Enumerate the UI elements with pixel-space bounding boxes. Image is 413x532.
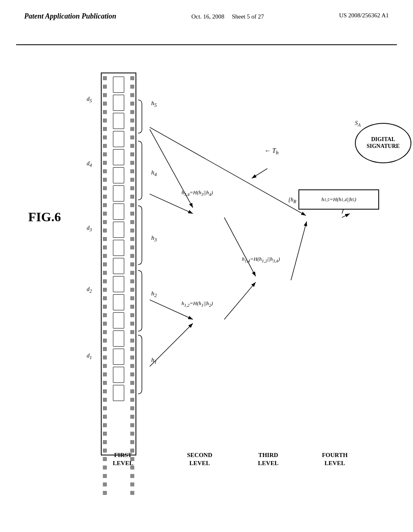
- page-header: Patent Application Publication Oct. 16, …: [0, 12, 413, 21]
- digital-signature: DIGITALSIGNATURE: [355, 123, 411, 163]
- h1-label: h1: [151, 357, 157, 365]
- sheet-info: Sheet 5 of 27: [232, 13, 264, 20]
- svg-line-11: [252, 168, 267, 178]
- patent-number: US 2008/256362 A1: [339, 12, 389, 19]
- fourth-level-label: FOURTHLEVEL: [311, 451, 359, 467]
- h34-label: h3,4=H(h3||h4): [181, 189, 213, 197]
- publication-date-sheet: Oct. 16, 2008 Sheet 5 of 27: [192, 12, 264, 21]
- d3-label: d3: [87, 225, 92, 233]
- diagram-svg: [24, 52, 397, 516]
- h2-label: h2: [151, 290, 157, 299]
- figure-label: FIG.6: [28, 210, 61, 224]
- first-level-label: FIRSTLEVEL: [99, 451, 147, 467]
- svg-line-5: [224, 218, 256, 276]
- d2-label: d2: [87, 286, 92, 294]
- svg-line-9: [291, 221, 307, 280]
- th-label: ← Th: [264, 147, 279, 156]
- filmstrip-container: [93, 73, 137, 455]
- pub-date: Oct. 16, 2008: [192, 13, 225, 20]
- sa-label: SA: [355, 120, 361, 128]
- d5-label: d5: [87, 96, 92, 104]
- h4-label: h4: [151, 169, 157, 178]
- svg-line-4: [150, 194, 193, 214]
- svg-line-10: [150, 127, 306, 216]
- svg-line-13: [342, 214, 350, 218]
- third-level-label: THIRDLEVEL: [244, 451, 292, 467]
- h15-box: h1,5=H(h1,4||h5): [298, 189, 379, 210]
- header-divider: [16, 44, 397, 45]
- publication-type: Patent Application Publication: [24, 12, 116, 21]
- h14-label: h1,4=H(h1,2||h3,4): [242, 256, 280, 263]
- hr-label: {hR: [288, 197, 296, 204]
- svg-line-8: [224, 282, 256, 319]
- h3-label: h3: [151, 235, 157, 243]
- second-level-label: SECONDLEVEL: [173, 451, 226, 467]
- film-frames-area: [108, 73, 129, 455]
- film-holes-left: [101, 73, 108, 455]
- diagram-area: FIG.6 ST: [24, 52, 397, 516]
- h5-label: h5: [151, 100, 157, 108]
- d4-label: d4: [87, 160, 92, 168]
- h12-label: h1,2=H(h1||h2): [181, 300, 213, 308]
- d1-label: d1: [87, 353, 92, 360]
- film-holes-right: [129, 73, 136, 455]
